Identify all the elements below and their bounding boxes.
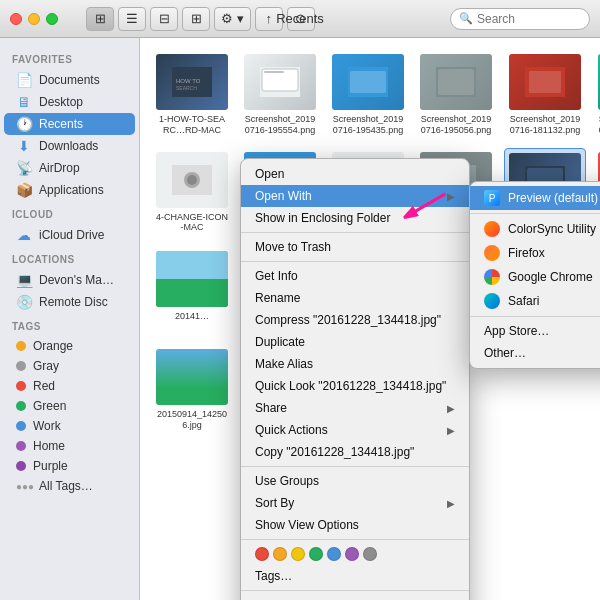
file-thumbnail [332,54,404,110]
cm-open[interactable]: Open [241,163,469,185]
cm-make-alias[interactable]: Make Alias [241,353,469,375]
cm-quick-look[interactable]: Quick Look "20161228_134418.jpg" [241,375,469,397]
sidebar-tag-red[interactable]: Red [4,376,135,396]
cm-sort-by[interactable]: Sort By ▶ [241,492,469,514]
sidebar-item-downloads[interactable]: ⬇ Downloads [4,135,135,157]
file-thumbnail: HOW TOSEARCH [156,54,228,110]
cm-show-view-options[interactable]: Show View Options [241,514,469,536]
file-item[interactable]: Screenshot_2019 0716-195435.png [328,50,408,140]
sidebar-tag-orange[interactable]: Orange [4,336,135,356]
sidebar-item-label: iCloud Drive [39,228,104,242]
sidebar-item-recents[interactable]: 🕐 Recents [4,113,135,135]
file-item[interactable]: HOW TOSEARCH 1-HOW-TO-SEARC…RD-MAC [152,50,232,140]
list-view-button[interactable]: ☰ [118,7,146,31]
svg-rect-28 [156,279,228,307]
document-icon: 📄 [16,72,32,88]
icon-view-button[interactable]: ⊞ [86,7,114,31]
tag-color-purple[interactable] [345,547,359,561]
context-menu[interactable]: Open Open With ▶ P Preview (default) [240,158,470,600]
search-input[interactable] [477,12,581,26]
tag-label: Work [33,419,61,433]
disc-icon: 💿 [16,294,32,310]
cm-copy[interactable]: Copy "20161228_134418.jpg" [241,441,469,463]
icloud-icon: ☁ [16,227,32,243]
cm-label: Use Groups [255,474,319,488]
tag-color-blue[interactable] [327,547,341,561]
submenu-divider [470,316,600,317]
tag-color-green[interactable] [309,547,323,561]
cm-open-with[interactable]: Open With ▶ P Preview (default) ColorSyn… [241,185,469,207]
submenu-other[interactable]: Other… [470,342,600,364]
cm-share[interactable]: Share ▶ [241,397,469,419]
cm-quick-actions[interactable]: Quick Actions ▶ [241,419,469,441]
search-box[interactable]: 🔍 [450,8,590,30]
sidebar-tag-gray[interactable]: Gray [4,356,135,376]
minimize-button[interactable] [28,13,40,25]
file-item[interactable]: 4-CHANGE-ICON-MAC [152,148,232,240]
submenu-appstore[interactable]: App Store… [470,320,600,342]
file-label: Screenshot_2019 0716-195435.png [332,114,404,136]
sidebar-item-airdrop[interactable]: 📡 AirDrop [4,157,135,179]
colorsync-icon [484,221,500,237]
submenu[interactable]: P Preview (default) ColorSync Utility Fi… [469,181,600,369]
tag-color-red[interactable] [255,547,269,561]
arrange-button[interactable]: ⚙ ▾ [214,7,251,31]
work-dot [16,421,26,431]
sidebar-all-tags[interactable]: ●●● All Tags… [4,476,135,496]
file-label: 4-CHANGE-ICON-MAC [156,212,228,234]
gallery-view-button[interactable]: ⊞ [182,7,210,31]
submenu-label: App Store… [484,324,549,338]
submenu-colorsync[interactable]: ColorSync Utility [470,217,600,241]
home-dot [16,441,26,451]
submenu-chrome[interactable]: Google Chrome [470,265,600,289]
submenu-safari[interactable]: Safari [470,289,600,313]
cm-get-info[interactable]: Get Info [241,265,469,287]
submenu-firefox[interactable]: Firefox [470,241,600,265]
cm-show-enclosing[interactable]: Show in Enclosing Folder [241,207,469,229]
sidebar-tag-green[interactable]: Green [4,396,135,416]
tag-colors-row [241,543,469,565]
cm-use-groups[interactable]: Use Groups [241,470,469,492]
file-area: HOW TOSEARCH 1-HOW-TO-SEARC…RD-MAC Scree… [140,38,600,600]
sidebar-item-documents[interactable]: 📄 Documents [4,69,135,91]
sidebar-item-label: Recents [39,117,83,131]
orange-dot [16,341,26,351]
file-thumbnail [156,152,228,208]
submenu-label: ColorSync Utility [508,222,596,236]
file-label: 1-HOW-TO-SEARC…RD-MAC [156,114,228,136]
file-item[interactable]: Screenshot_2019 0716-180908.png [594,50,600,140]
sidebar-tag-home[interactable]: Home [4,436,135,456]
column-view-button[interactable]: ⊟ [150,7,178,31]
submenu-preview[interactable]: P Preview (default) [470,186,600,210]
sidebar-tag-purple[interactable]: Purple [4,456,135,476]
sidebar-tag-work[interactable]: Work [4,416,135,436]
file-thumbnail [156,251,228,307]
tag-color-yellow[interactable] [291,547,305,561]
sidebar-item-icloud-drive[interactable]: ☁ iCloud Drive [4,224,135,246]
svg-point-16 [187,175,197,185]
file-item[interactable]: Screenshot_2019 0716-195554.png [240,50,320,140]
cm-divider [241,590,469,591]
cm-duplicate[interactable]: Duplicate [241,331,469,353]
file-item[interactable]: Screenshot_2019 0716-195056.png [416,50,496,140]
cm-set-desktop[interactable]: Set Desktop Picture [241,594,469,600]
cm-tags[interactable]: Tags… [241,565,469,587]
search-icon: 🔍 [459,12,473,25]
file-label: Screenshot_2019 0716-181132.png [509,114,581,136]
tag-color-gray[interactable] [363,547,377,561]
fullscreen-button[interactable] [46,13,58,25]
sidebar-item-applications[interactable]: 📦 Applications [4,179,135,201]
red-dot [16,381,26,391]
file-item[interactable]: Screenshot_2019 0716-181132.png [504,50,586,140]
tag-color-orange[interactable] [273,547,287,561]
cm-label: Get Info [255,269,298,283]
sidebar-item-desktop[interactable]: 🖥 Desktop [4,91,135,113]
cm-move-trash[interactable]: Move to Trash [241,236,469,258]
sidebar-item-devons-mac[interactable]: 💻 Devon's Ma… [4,269,135,291]
close-button[interactable] [10,13,22,25]
file-item[interactable]: 20150914_142506.jpg [152,345,232,435]
cm-compress[interactable]: Compress "20161228_134418.jpg" [241,309,469,331]
sidebar-item-remote-disc[interactable]: 💿 Remote Disc [4,291,135,313]
cm-rename[interactable]: Rename [241,287,469,309]
file-item[interactable]: 20141… [152,247,232,337]
